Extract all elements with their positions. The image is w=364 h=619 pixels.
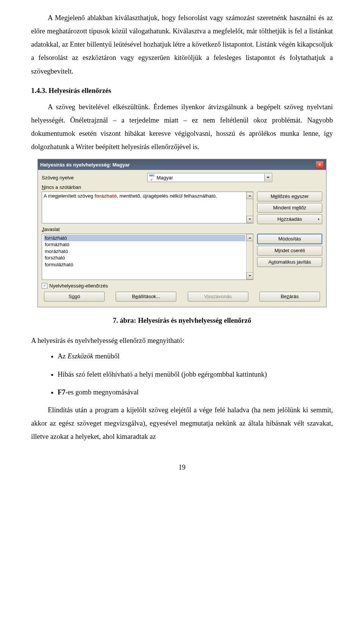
- listbox-scrollbar[interactable]: [246, 234, 253, 280]
- close-icon[interactable]: ×: [315, 161, 324, 168]
- textarea-scrollbar[interactable]: [246, 192, 253, 223]
- list-item[interactable]: forrázható: [44, 235, 245, 242]
- grammar-check-row[interactable]: ✓ Nyelvhelyesség-ellenőrzés: [42, 283, 322, 289]
- language-value: Magyar: [157, 175, 173, 181]
- chevron-down-icon[interactable]: [264, 174, 271, 181]
- close-button[interactable]: Bezárás: [259, 292, 320, 302]
- scroll-down-icon[interactable]: [246, 216, 253, 223]
- paragraph-intro: A Megjelenő ablakban kiválaszthatjuk, ho…: [31, 11, 333, 78]
- checkbox-icon[interactable]: ✓: [42, 283, 47, 289]
- list-item[interactable]: morázható: [44, 248, 245, 255]
- autocorrect-button[interactable]: Automatikus javítás: [257, 257, 322, 267]
- help-button[interactable]: Súgó: [44, 292, 105, 302]
- list-item: F7-es gomb megnyomásával: [58, 386, 333, 399]
- spellcheck-dialog: Helyesírás és nyelvhelyesség: Magyar × S…: [38, 159, 326, 307]
- undo-button: Visszavonás: [188, 292, 248, 302]
- context-text: A megjelenített szöveg forázható, menthe…: [44, 193, 245, 199]
- not-in-dict-label: Nincs a szótárban: [42, 184, 322, 190]
- page-number: 19: [31, 461, 333, 474]
- ignore-all-button[interactable]: Mindent mellőz: [257, 203, 322, 213]
- scroll-up-icon[interactable]: [246, 234, 253, 241]
- list-item: Hibás szó felett előhívható a helyi menü…: [58, 368, 333, 381]
- suggestions-listbox[interactable]: forrázható formázható morázható forszhat…: [42, 234, 253, 280]
- list-item[interactable]: forszható: [44, 255, 245, 261]
- paragraph-body-2: A szöveg bevitelével elkészültünk. Érdem…: [31, 101, 333, 154]
- ignore-once-button[interactable]: Mellőzés egyszer: [257, 192, 322, 201]
- section-heading: 1.4.3. Helyesírás ellenőrzés: [31, 84, 333, 97]
- dialog-title: Helyesírás és nyelvhelyesség: Magyar: [40, 162, 130, 168]
- language-combo[interactable]: Magyar: [147, 173, 272, 182]
- paragraph-4: Elindítás után a program a kijelölt szöv…: [31, 404, 333, 443]
- context-textarea[interactable]: A megjelenített szöveg forázható, menthe…: [42, 192, 253, 223]
- list-item[interactable]: formulázható: [44, 261, 245, 268]
- change-button[interactable]: Módosítás: [257, 234, 322, 244]
- add-button[interactable]: Hozzáadás: [257, 214, 322, 224]
- figure-caption: 7. ábra: Helyesírás és nyelvhelyesség el…: [31, 314, 333, 327]
- options-button[interactable]: Beállítások...: [116, 292, 176, 302]
- spellcheck-icon: [149, 175, 155, 180]
- bullet-list: Az Eszközök menüből Hibás szó felett elő…: [31, 350, 333, 399]
- list-item[interactable]: formázható: [44, 241, 245, 248]
- paragraph-list-intro: A helyesírás és nyelvhelyesség ellenőrző…: [31, 334, 333, 347]
- figure-dialog: Helyesírás és nyelvhelyesség: Magyar × S…: [31, 159, 333, 307]
- error-word: forázható: [94, 193, 117, 199]
- grammar-check-label: Nyelvhelyesség-ellenőrzés: [49, 283, 108, 289]
- language-label: Szöveg nyelve: [42, 175, 144, 181]
- scroll-up-icon[interactable]: [246, 192, 253, 199]
- scroll-down-icon[interactable]: [246, 272, 253, 280]
- suggestions-label: Javaslat: [42, 226, 322, 233]
- dialog-titlebar: Helyesírás és nyelvhelyesség: Magyar ×: [38, 159, 326, 170]
- list-item: Az Eszközök menüből: [58, 350, 333, 363]
- change-all-button[interactable]: Mindet cseréli: [257, 246, 322, 256]
